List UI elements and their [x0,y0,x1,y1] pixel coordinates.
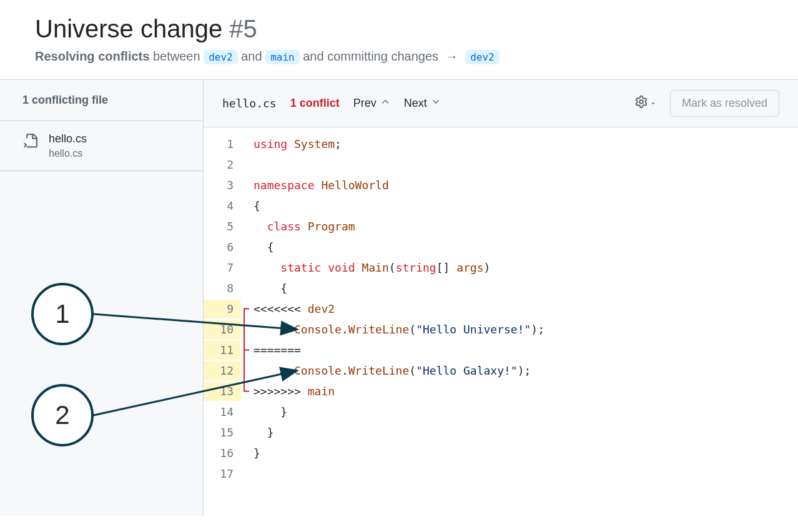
code-editor[interactable]: 1using System;23namespace HelloWorld4{5 … [204,127,798,484]
code-line[interactable]: 4{ [204,195,798,216]
file-title: hello.cs [49,132,87,145]
to-branch: main [265,50,300,64]
next-label: Next [404,97,427,110]
prev-conflict-button[interactable]: Prev [353,97,390,110]
next-conflict-button[interactable]: Next [404,97,441,110]
line-number: 9 [204,300,241,318]
code-text: } [254,403,287,421]
code-text: ======= [254,341,301,360]
resolving-subtext: Resolving conflicts between dev2 and mai… [35,49,773,64]
code-line[interactable]: 13>>>>>>> main [204,381,798,401]
file-code-icon [22,132,37,152]
settings-button[interactable] [635,96,656,111]
chevron-down-icon [431,97,441,110]
sidebar: 1 conflicting file hello.cs hello.cs [0,80,204,516]
page-title: Universe change #5 [35,15,773,43]
target-branch: dev2 [465,50,500,64]
line-number: 14 [204,403,241,421]
code-line[interactable]: 11======= [204,340,798,360]
line-number: 12 [204,362,241,380]
line-number: 11 [204,341,241,360]
code-line[interactable]: 12 Console.WriteLine("Hello Galaxy!"); [204,360,798,381]
code-line[interactable]: 2 [204,154,798,175]
from-branch: dev2 [204,50,238,64]
code-line[interactable]: 10 Console.WriteLine("Hello Universe!"); [204,319,798,340]
mark-resolved-button[interactable]: Mark as resolved [670,90,779,117]
committing-label: and committing changes [303,49,438,63]
chevron-up-icon [380,97,390,110]
line-number: 1 [204,135,241,154]
line-number: 5 [204,217,241,236]
file-path: hello.cs [49,148,87,159]
line-number: 17 [204,465,241,483]
code-text: static void Main(string[] args) [254,259,490,277]
between-label: between [153,49,200,63]
conflict-panel: 1 conflicting file hello.cs hello.cs hel… [0,79,798,516]
code-text: class Program [254,217,355,236]
main-area: hello.cs 1 conflict Prev Next Mark as re… [204,80,798,516]
code-text: { [254,197,260,215]
code-line[interactable]: 1using System; [204,134,798,154]
page-header: Universe change #5 Resolving conflicts b… [0,0,798,79]
code-text: Console.WriteLine("Hello Galaxy!"); [254,362,531,380]
code-line[interactable]: 3namespace HelloWorld [204,175,798,195]
code-text: using System; [254,135,342,154]
code-text: namespace HelloWorld [254,176,389,195]
code-line[interactable]: 5 class Program [204,216,798,237]
code-line[interactable]: 15 } [204,422,798,443]
resolving-label: Resolving conflicts [35,49,149,63]
line-number: 3 [204,176,241,195]
code-text: { [254,279,287,298]
code-text: } [254,423,274,442]
code-line[interactable]: 6 { [204,237,798,257]
line-number: 7 [204,259,241,277]
pr-title: Universe change [35,15,222,42]
line-number: 15 [204,423,241,442]
editor-toolbar: hello.cs 1 conflict Prev Next Mark as re… [204,80,798,127]
code-text: } [254,444,260,463]
line-number: 10 [204,320,241,339]
code-line[interactable]: 9<<<<<<< dev2 [204,298,798,319]
and-label: and [241,49,262,63]
callout-2-label: 2 [55,400,69,430]
line-number: 6 [204,238,241,257]
file-text-block: hello.cs hello.cs [49,132,87,159]
code-text: { [254,238,274,257]
callout-1-label: 1 [55,299,69,329]
line-number: 2 [204,155,241,174]
toolbar-filename: hello.cs [222,97,277,110]
line-number: 16 [204,444,241,463]
code-text: Console.WriteLine("Hello Universe!"); [254,320,544,339]
sidebar-file-item[interactable]: hello.cs hello.cs [0,121,203,171]
code-text: <<<<<<< dev2 [254,300,335,318]
caret-down-icon [650,97,656,110]
line-number: 4 [204,197,241,215]
callout-1: 1 [31,283,94,345]
arrow-right-icon: → [446,49,458,63]
pr-number: #5 [229,15,257,42]
code-line[interactable]: 7 static void Main(string[] args) [204,257,798,278]
gear-icon [635,96,648,111]
code-line[interactable]: 16} [204,443,798,463]
sidebar-header: 1 conflicting file [0,80,203,121]
prev-label: Prev [353,97,377,110]
conflict-count: 1 conflict [290,97,340,110]
code-line[interactable]: 17 [204,463,798,484]
code-line[interactable]: 8 { [204,278,798,298]
code-text: >>>>>>> main [254,382,335,401]
line-number: 8 [204,279,241,298]
line-number: 13 [204,382,241,401]
code-line[interactable]: 14 } [204,401,798,422]
callout-2: 2 [31,384,94,446]
